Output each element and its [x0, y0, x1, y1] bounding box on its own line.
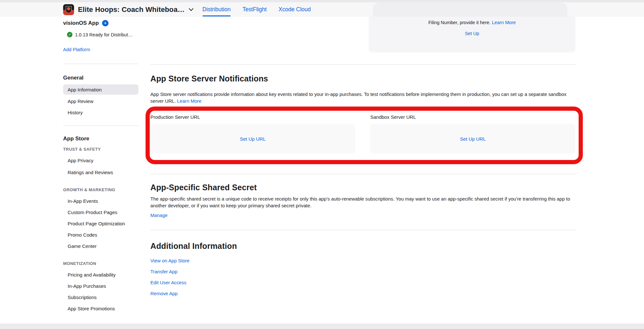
manage-link[interactable]: Manage	[150, 213, 167, 218]
app-store-heading: App Store	[63, 136, 89, 142]
tab-distribution[interactable]: Distribution	[203, 2, 231, 17]
window-top-strip	[0, 0, 644, 2]
add-platform-label[interactable]: Add Platform	[63, 47, 90, 52]
top-tabs: Distribution TestFlight Xcode Cloud	[203, 2, 311, 17]
server-notifications-text: App Store server notifications provide i…	[150, 92, 566, 104]
sidebar-item-history[interactable]: History	[63, 107, 138, 118]
tab-testflight[interactable]: TestFlight	[242, 2, 267, 17]
header-content: Elite Hoops: Coach Whiteboa… Distributio…	[63, 2, 311, 17]
shared-secret-title: App-Specific Shared Secret	[150, 183, 257, 192]
basketball-icon	[67, 7, 71, 11]
sidebar-item-custom-product-pages[interactable]: Custom Product Pages	[63, 207, 138, 217]
sidebar-divider	[63, 126, 138, 126]
section-divider	[150, 174, 576, 174]
production-server-url-label: Production Server URL	[150, 114, 200, 120]
server-notifications-title: App Store Server Notifications	[150, 74, 268, 83]
production-set-up-url-link[interactable]: Set Up URL	[240, 136, 266, 142]
section-divider	[150, 64, 576, 65]
plus-icon[interactable]: +	[102, 20, 109, 26]
app-title: Elite Hoops: Coach Whiteboa…	[78, 5, 185, 14]
sidebar-item-game-center[interactable]: Game Center	[63, 241, 138, 251]
sidebar-item-product-page-optimization[interactable]: Product Page Optimization	[63, 218, 138, 229]
link-row: Edit User Access	[150, 280, 186, 285]
sidebar-item-in-app-purchases[interactable]: In-App Purchases	[63, 281, 138, 291]
additional-information-title: Additional Information	[150, 241, 237, 251]
remove-app-link[interactable]: Remove App	[150, 291, 178, 296]
server-notifications-description: App Store server notifications provide i…	[150, 91, 576, 105]
view-on-app-store-link[interactable]: View on App Store	[150, 258, 189, 263]
server-notifications-learn-more-link[interactable]: Learn More	[177, 99, 202, 104]
section-divider	[150, 230, 576, 230]
sandbox-set-up-url-link[interactable]: Set Up URL	[460, 136, 486, 142]
group-label-growth-marketing: GROWTH & MARKETING	[63, 187, 115, 192]
app-store-connect-page: Elite Hoops: Coach Whiteboa… Distributio…	[0, 0, 644, 329]
sidebar-item-app-information[interactable]: App Information	[63, 84, 138, 95]
sidebar-item-app-store-promotions[interactable]: App Store Promotions	[63, 303, 138, 314]
group-label-trust-safety: TRUST & SAFETY	[63, 147, 101, 152]
sidebar-item-subscriptions[interactable]: Subscriptions	[63, 292, 138, 302]
filing-learn-more-link[interactable]: Learn More	[492, 20, 516, 25]
sidebar-item-app-review[interactable]: App Review	[63, 96, 138, 106]
manage-link-row: Manage	[150, 213, 167, 218]
sandbox-server-url-label: Sandbox Server URL	[370, 114, 416, 120]
sidebar-item-app-privacy[interactable]: App Privacy	[63, 155, 138, 165]
link-row: Transfer App	[150, 269, 177, 274]
app-icon	[63, 4, 74, 15]
group-label-monetization: MONETIZATION	[63, 261, 96, 266]
platform-label: visionOS App	[63, 20, 99, 26]
filing-number-text: Filing Number, provide it here.	[428, 20, 490, 25]
filing-set-up-link[interactable]: Set Up	[465, 31, 479, 36]
general-heading: General	[63, 75, 83, 81]
platform-header: visionOS App +	[63, 20, 109, 26]
tab-xcode-cloud[interactable]: Xcode Cloud	[279, 2, 311, 17]
version-status-row[interactable]: ✓ 1.0.13 Ready for Distribut…	[67, 32, 133, 37]
top-card-notch	[373, 2, 567, 17]
production-server-url-box: Set Up URL	[150, 124, 355, 154]
sidebar-item-promo-codes[interactable]: Promo Codes	[63, 230, 138, 240]
version-status-label: 1.0.13 Ready for Distribut…	[75, 32, 133, 37]
chevron-down-icon[interactable]	[189, 8, 194, 11]
link-row: View on App Store	[150, 258, 189, 263]
shared-secret-description: The app-specific shared secret is a uniq…	[150, 196, 576, 209]
footer-bar	[0, 324, 644, 329]
sidebar-divider	[63, 64, 138, 64]
edit-user-access-link[interactable]: Edit User Access	[150, 280, 186, 285]
status-check-icon: ✓	[67, 32, 72, 37]
filing-number-card: Filing Number, provide it here. Learn Mo…	[369, 17, 575, 52]
add-platform-link[interactable]: Add Platform	[63, 47, 90, 52]
sandbox-server-url-box: Set Up URL	[370, 124, 575, 154]
link-row: Remove App	[150, 291, 178, 296]
sidebar-item-ratings-reviews[interactable]: Ratings and Reviews	[63, 167, 138, 177]
sidebar-item-in-app-events[interactable]: In-App Events	[63, 196, 138, 206]
transfer-app-link[interactable]: Transfer App	[150, 269, 177, 274]
sidebar-item-pricing-availability[interactable]: Pricing and Availability	[63, 269, 138, 280]
